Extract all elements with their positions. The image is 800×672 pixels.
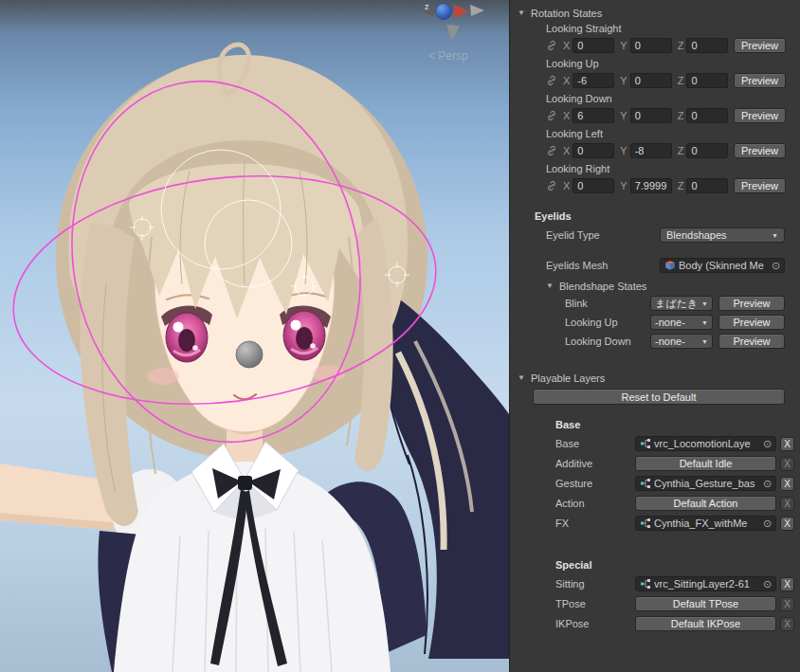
axis-z-label: Z — [678, 40, 684, 51]
rotation-x-input[interactable]: 6 — [573, 108, 614, 123]
preview-button[interactable]: Preview — [718, 296, 785, 311]
additive-layer-row: Additive Default Idle X — [510, 454, 800, 473]
axis-x-label: X — [563, 40, 570, 51]
preview-button[interactable]: Preview — [734, 108, 786, 123]
blendshape-states-foldout[interactable]: ▼ Blendshape States — [510, 278, 800, 294]
rotation-y-input[interactable]: -8 — [630, 143, 672, 158]
rotation-z-input[interactable]: 0 — [686, 108, 728, 123]
rotation-x-input[interactable]: -6 — [573, 73, 614, 88]
rotation-z-input[interactable]: 0 — [686, 143, 728, 158]
preview-button[interactable]: Preview — [718, 334, 785, 349]
field-value: 0 — [691, 40, 697, 51]
preview-button[interactable]: Preview — [734, 73, 786, 88]
scene-viewport[interactable]: z < Persp — [0, 0, 509, 672]
rotation-y-input[interactable]: 0 — [630, 38, 672, 53]
eyelids-mesh-field[interactable]: Body (Skinned Me ⊙ — [660, 258, 785, 273]
fx-layer-field[interactable]: Cynthia_FX_withMe ⊙ — [635, 516, 776, 531]
chevron-down-icon: ▼ — [698, 300, 708, 307]
object-picker-icon[interactable]: ⊙ — [761, 518, 773, 530]
playable-layers-foldout[interactable]: ▼ Playable Layers — [510, 370, 800, 386]
eyelid-type-row: Eyelid Type Blendshapes ▼ — [510, 227, 800, 244]
persp-label[interactable]: < Persp — [428, 49, 468, 63]
axis-x-label: X — [563, 75, 570, 86]
rotation-x-input[interactable]: 0 — [573, 143, 614, 158]
field-value: 7.9999 — [635, 180, 667, 191]
blink-row: Blink まばたき ▼ Preview — [510, 294, 800, 313]
layer-label: Gesture — [555, 478, 631, 489]
object-name: vrc_SittingLayer2-61 — [654, 578, 761, 590]
field-value: 0 — [577, 180, 583, 191]
dropdown-value: まばたき — [655, 297, 698, 311]
tpose-default-button[interactable]: Default TPose — [635, 596, 776, 611]
rotation-x-input[interactable]: 0 — [573, 38, 614, 53]
axis-y-label: Y — [620, 145, 627, 156]
clear-layer-button[interactable]: X — [780, 577, 794, 591]
axis-z-label: Z — [678, 145, 684, 156]
rotation-y-input[interactable]: 7.9999 — [630, 178, 672, 193]
blink-blendshape-dropdown[interactable]: まばたき ▼ — [650, 296, 713, 311]
clear-layer-button[interactable]: X — [780, 517, 794, 531]
layer-label: FX — [555, 518, 631, 529]
z-axis-ball[interactable] — [436, 4, 452, 20]
tpose-layer-row: TPose Default TPose X — [510, 594, 800, 613]
sitting-layer-row: Sitting vrc_SittingLayer2-61 ⊙ X — [510, 574, 800, 593]
rotation-states-foldout[interactable]: ▼ Rotation States — [510, 5, 800, 21]
link-icon — [546, 75, 557, 86]
rotation-z-input[interactable]: 0 — [686, 178, 728, 193]
axis-y-label: Y — [620, 75, 627, 86]
rotation-x-input[interactable]: 0 — [573, 178, 614, 193]
layer-label: Additive — [555, 458, 631, 469]
object-picker-icon[interactable]: ⊙ — [761, 578, 773, 590]
preview-button[interactable]: Preview — [718, 315, 785, 330]
editor-window: z < Persp ▼ Rotation States Looking Stra… — [0, 0, 800, 672]
additive-default-button[interactable]: Default Idle — [635, 456, 776, 471]
dropdown-value: Blendshapes — [666, 229, 727, 241]
animator-controller-icon — [640, 578, 651, 590]
layer-label: TPose — [555, 598, 631, 609]
preview-button[interactable]: Preview — [734, 178, 786, 193]
layer-label: Sitting — [555, 578, 631, 590]
rotation-state-fields: X 0 Y 0 Z 0 Preview — [510, 36, 800, 54]
field-value: 0 — [691, 180, 697, 191]
link-icon — [546, 180, 557, 191]
eyelid-type-dropdown[interactable]: Blendshapes ▼ — [660, 227, 785, 243]
object-picker-icon[interactable]: ⊙ — [770, 260, 782, 272]
looking-up-row: Looking Up -none- ▼ Preview — [510, 313, 800, 332]
eye-target-sphere-gizmo[interactable] — [236, 341, 263, 368]
rotation-z-input[interactable]: 0 — [686, 38, 728, 53]
object-picker-icon[interactable]: ⊙ — [761, 478, 773, 490]
reset-to-default-button[interactable]: Reset to Default — [533, 389, 785, 405]
clear-layer-button[interactable]: X — [780, 437, 794, 451]
gesture-layer-row: Gesture Cynthia_Gesture_bas ⊙ X — [510, 474, 800, 493]
looking-down-blendshape-dropdown[interactable]: -none- ▼ — [650, 334, 713, 349]
link-icon — [546, 110, 557, 121]
foldout-arrow-icon: ▼ — [518, 373, 527, 383]
clear-layer-button[interactable]: X — [780, 477, 794, 491]
gesture-layer-field[interactable]: Cynthia_Gesture_bas ⊙ — [635, 476, 776, 491]
axis-z-label: Z — [678, 180, 684, 191]
eyelid-type-label: Eyelid Type — [546, 229, 660, 241]
looking-down-label: Looking Down — [565, 336, 650, 347]
rotation-state-fields: X 0 Y 7.9999 Z 0 Preview — [510, 176, 800, 194]
field-value: 0 — [635, 75, 641, 86]
rotation-y-input[interactable]: 0 — [630, 73, 672, 88]
preview-button[interactable]: Preview — [734, 38, 786, 53]
layer-label: Action — [555, 498, 631, 509]
link-icon — [546, 40, 557, 51]
chevron-down-icon: ▼ — [698, 319, 708, 326]
axis-y-label: Y — [620, 40, 627, 51]
rotation-y-input[interactable]: 0 — [630, 108, 672, 123]
rotation-z-input[interactable]: 0 — [686, 73, 728, 88]
looking-up-label: Looking Up — [565, 317, 650, 328]
clear-layer-button: X — [780, 457, 794, 471]
preview-button[interactable]: Preview — [734, 143, 786, 158]
foldout-arrow-icon: ▼ — [546, 282, 555, 291]
layer-label: IKPose — [555, 618, 631, 629]
ikpose-default-button[interactable]: Default IKPose — [635, 616, 776, 631]
object-picker-icon[interactable]: ⊙ — [761, 438, 773, 450]
looking-up-blendshape-dropdown[interactable]: -none- ▼ — [650, 315, 713, 330]
sitting-layer-field[interactable]: vrc_SittingLayer2-61 ⊙ — [635, 576, 776, 591]
base-layer-field[interactable]: vrc_LocomotionLaye ⊙ — [635, 436, 776, 451]
action-default-button[interactable]: Default Action — [635, 496, 776, 511]
action-layer-row: Action Default Action X — [510, 494, 800, 513]
